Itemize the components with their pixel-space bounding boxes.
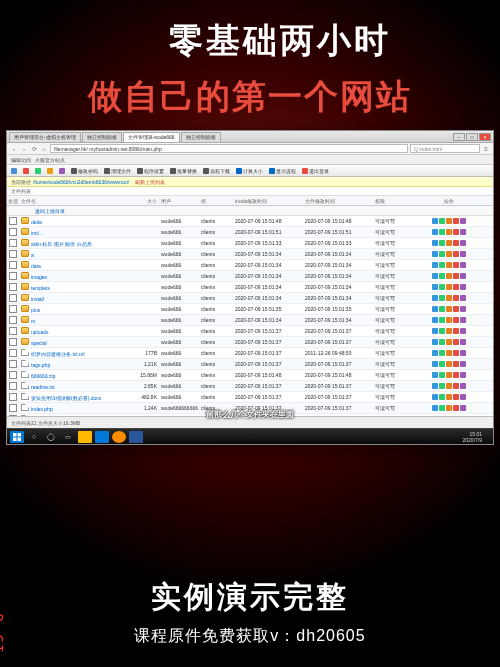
- minimize-button[interactable]: –: [453, 133, 465, 141]
- op-icon[interactable]: [453, 306, 459, 312]
- cortana-icon[interactable]: ◯: [44, 431, 58, 443]
- explorer-icon[interactable]: [78, 431, 92, 443]
- op-icon[interactable]: [446, 295, 452, 301]
- op-icon[interactable]: [439, 383, 445, 389]
- path-value[interactable]: /home/wode666fvcu2d0emb6636/wwwroot/: [33, 179, 129, 185]
- op-icon[interactable]: [439, 273, 445, 279]
- file-name[interactable]: special: [31, 340, 47, 346]
- op-icon[interactable]: [446, 372, 452, 378]
- op-icon[interactable]: [446, 240, 452, 246]
- op-icon[interactable]: [432, 339, 438, 345]
- home-icon[interactable]: ⌂: [40, 145, 48, 153]
- op-icon[interactable]: [439, 405, 445, 411]
- op-icon[interactable]: [446, 383, 452, 389]
- toolbar-item[interactable]: 批量替换: [170, 168, 197, 174]
- op-icon[interactable]: [460, 251, 466, 257]
- bookmark-item[interactable]: 火狐官方站点: [35, 157, 65, 163]
- op-icon[interactable]: [439, 251, 445, 257]
- op-icon[interactable]: [446, 339, 452, 345]
- toolbar-item[interactable]: [35, 168, 41, 174]
- row-checkbox[interactable]: [9, 305, 17, 313]
- file-name[interactable]: sklin 标后 图片 顾传 白品质: [31, 241, 92, 247]
- file-name[interactable]: install: [31, 296, 44, 302]
- toolbar-item[interactable]: [23, 168, 29, 174]
- file-name[interactable]: templets: [31, 285, 50, 291]
- op-icon[interactable]: [439, 295, 445, 301]
- op-icon[interactable]: [453, 240, 459, 246]
- op-icon[interactable]: [439, 317, 445, 323]
- file-name[interactable]: data: [31, 263, 41, 269]
- row-checkbox[interactable]: [9, 250, 17, 258]
- table-row[interactable]: readme.txt2.85Kwode666clients2020-07-09 …: [7, 381, 493, 392]
- op-icon[interactable]: [439, 218, 445, 224]
- col-inode[interactable]: inode修改时间: [235, 198, 305, 204]
- op-icon[interactable]: [446, 251, 452, 257]
- op-icon[interactable]: [460, 306, 466, 312]
- toolbar-item[interactable]: 计算大小: [236, 168, 263, 174]
- table-row[interactable]: sklin 标后 图片 顾传 白品质wode666clients2020-07-…: [7, 238, 493, 249]
- op-icon[interactable]: [453, 251, 459, 257]
- table-row[interactable]: specialwode666clients2020-07-09 15:01:37…: [7, 337, 493, 348]
- table-row[interactable]: pluswode666clients2020-07-09 15:01:35202…: [7, 304, 493, 315]
- op-icon[interactable]: [432, 273, 438, 279]
- close-button[interactable]: ×: [479, 133, 491, 141]
- search-taskbar-icon[interactable]: ○: [27, 431, 41, 443]
- forward-icon[interactable]: ›: [20, 145, 28, 153]
- op-icon[interactable]: [439, 361, 445, 367]
- row-checkbox[interactable]: [9, 349, 17, 357]
- op-icon[interactable]: [439, 240, 445, 246]
- url-field[interactable]: filemanager.hk/ myhostadmin.net:8086/mai…: [50, 144, 408, 153]
- table-row[interactable]: awode666clients2020-07-09 15:01:342020-0…: [7, 249, 493, 260]
- op-icon[interactable]: [432, 350, 438, 356]
- table-row[interactable]: 666666.zip15.86Mwode666clients2020-07-09…: [7, 370, 493, 381]
- file-name[interactable]: index.php: [31, 406, 53, 412]
- file-name[interactable]: 织梦内容建模业务.txt.url: [31, 351, 85, 357]
- op-icon[interactable]: [432, 394, 438, 400]
- table-row[interactable]: incl…wode666clients2020-07-09 15:01:5120…: [7, 227, 493, 238]
- row-checkbox[interactable]: [9, 360, 17, 368]
- op-icon[interactable]: [432, 383, 438, 389]
- table-row[interactable]: mwode666clients2020-07-09 15:01:342020-0…: [7, 315, 493, 326]
- op-icon[interactable]: [432, 229, 438, 235]
- toolbar-item[interactable]: 显示进程: [269, 168, 296, 174]
- toolbar-item[interactable]: 远程下载: [203, 168, 230, 174]
- back-icon[interactable]: ‹: [10, 145, 18, 153]
- op-icon[interactable]: [439, 229, 445, 235]
- table-row[interactable]: 安装使用详细讲解(数必看).docx482.8Kwode666clients20…: [7, 392, 493, 403]
- file-name[interactable]: m: [31, 318, 35, 324]
- table-row[interactable]: datawode666clients2020-07-09 15:01:34202…: [7, 260, 493, 271]
- row-checkbox[interactable]: [9, 239, 17, 247]
- op-icon[interactable]: [439, 328, 445, 334]
- browser-tab[interactable]: 用户管理后台-虚拟主机管理: [9, 132, 81, 142]
- op-icon[interactable]: [453, 273, 459, 279]
- start-button[interactable]: [10, 431, 24, 443]
- op-icon[interactable]: [453, 361, 459, 367]
- file-name[interactable]: plus: [31, 307, 40, 313]
- op-icon[interactable]: [446, 218, 452, 224]
- op-icon[interactable]: [453, 339, 459, 345]
- op-icon[interactable]: [453, 218, 459, 224]
- op-icon[interactable]: [432, 284, 438, 290]
- op-icon[interactable]: [432, 405, 438, 411]
- table-row[interactable]: tags.php1.21Kwode666clients2020-07-09 15…: [7, 359, 493, 370]
- op-icon[interactable]: [446, 361, 452, 367]
- toolbar-item[interactable]: [47, 168, 53, 174]
- file-name[interactable]: tags.php: [31, 362, 50, 368]
- col-checkbox[interactable]: 全选: [7, 198, 19, 204]
- col-user[interactable]: 用户: [161, 198, 201, 204]
- firefox-icon[interactable]: [112, 431, 126, 443]
- op-icon[interactable]: [453, 317, 459, 323]
- row-checkbox[interactable]: [9, 393, 17, 401]
- op-icon[interactable]: [453, 262, 459, 268]
- op-icon[interactable]: [439, 262, 445, 268]
- row-checkbox[interactable]: [9, 217, 17, 225]
- search-field[interactable]: Q index.html: [410, 144, 480, 153]
- op-icon[interactable]: [460, 350, 466, 356]
- browser-tab[interactable]: 独立控制面板: [82, 132, 122, 142]
- reload-icon[interactable]: ⟳: [30, 145, 38, 153]
- op-icon[interactable]: [460, 229, 466, 235]
- toolbar-item[interactable]: 退出登录: [302, 168, 329, 174]
- file-name[interactable]: uploads: [31, 329, 49, 335]
- op-icon[interactable]: [439, 284, 445, 290]
- op-icon[interactable]: [432, 218, 438, 224]
